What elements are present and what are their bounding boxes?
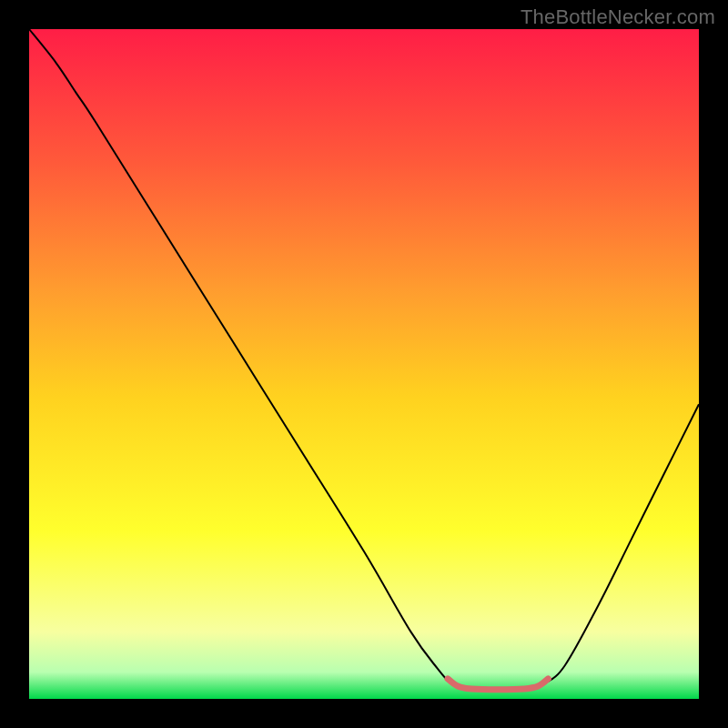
plot-area	[29, 29, 699, 699]
chart-container: TheBottleNecker.com	[0, 0, 728, 728]
bottleneck-chart	[29, 29, 699, 699]
watermark-text: TheBottleNecker.com	[521, 5, 715, 29]
gradient-background	[29, 29, 699, 699]
